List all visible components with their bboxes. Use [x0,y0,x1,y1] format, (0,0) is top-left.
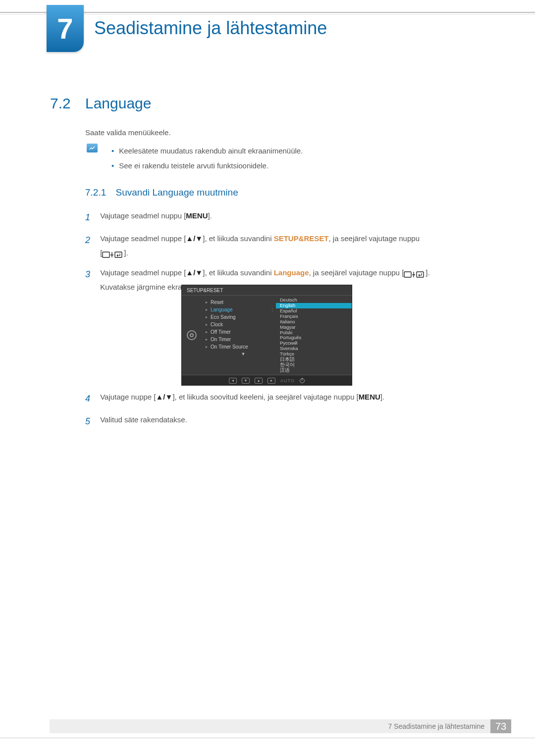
svg-rect-1 [115,252,122,257]
enter-source-icon [102,250,124,257]
section-title: Language [85,95,151,112]
footer-chapter-label: 7 Seadistamine ja lähtestamine [388,722,484,730]
svg-rect-3 [417,272,424,277]
subsection-heading: 7.2.1 Suvandi Language muutmine [85,187,238,198]
osd-title: SETUP&RESET [182,285,352,296]
section-number: 7.2 [50,95,71,112]
step2-post: , ja seejärel vajutage nuppu [329,234,420,243]
osd-item: Eco Saving [211,314,236,320]
step2-mid: ], et liikuda suvandini [203,234,273,243]
enter-source-icon [404,269,426,277]
osd-gear-icon [182,296,202,375]
step3-mid: ], et liikuda suvandini [203,268,273,277]
step2-line2-post: ]. [124,249,128,257]
osd-item-selected: Language [211,307,233,312]
menu-label: MENU [186,211,208,220]
svg-rect-0 [103,252,109,257]
osd-menu-items: ▸Reset ▸Language: ▸Eco Saving ▸Clock ▸Of… [202,296,276,375]
osd-item: Reset [211,300,223,305]
step3-post: , ja seejärel vajutage nuppu [ [309,268,404,277]
subsection-title: Suvandi Language muutmine [116,187,238,198]
keyword-setupreset: SETUP&RESET [274,234,329,243]
note-list: •Keelesätete muudatus rakendub ainult ek… [111,144,303,173]
keyword-language: Language [274,268,309,277]
right-arrow-icon: ▸ [268,378,275,384]
step3-line2: Kuvatakse järgmine ekraan. [100,283,192,291]
chapter-number-tab: 7 [47,5,84,52]
osd-item: On Timer [211,337,231,342]
menu-label: MENU [359,393,380,401]
osd-menu-screenshot: SETUP&RESET ▸Reset ▸Language: ▸Eco Savin… [181,285,352,386]
page-footer: 7 Seadistamine ja lähtestamine 73 [50,719,511,733]
osd-item: Off Timer [211,329,231,335]
step5-text: Valitud säte rakendatakse. [100,413,486,427]
osd-lang: 汉语 [276,368,352,373]
osd-footer-controls: ◂ ▾ ▴ ▸ AUTO [182,375,352,386]
page-number: 73 [490,719,511,733]
updown-arrows-icon: ▲/▼ [186,234,203,243]
note-item: See ei rakendu teistele arvuti funktsioo… [119,161,268,170]
osd-language-list: Deutsch English Español Français Italian… [276,296,352,375]
step4-text: Vajutage nuppe [ [100,393,156,401]
step-number: 5 [85,413,98,430]
intro-text: Saate valida menüükeele. [85,128,171,137]
osd-lang: Italiano [276,319,352,325]
step-number: 1 [85,209,98,226]
step1-text-end: ]. [208,211,212,220]
osd-lang: Magyar [276,325,352,330]
step1-text: Vajutage seadmel nuppu [ [100,211,186,220]
steps-block-2: 4 Vajutage nuppe [▲/▼], et liikuda soovi… [85,390,490,436]
note-icon [87,144,98,152]
left-arrow-icon: ◂ [229,378,237,384]
step4-mid: ], et liikuda soovitud keeleni, ja seejä… [172,393,358,401]
step-number: 3 [85,266,98,283]
step-number: 4 [85,390,98,407]
step3-post2: ]. [426,268,429,277]
svg-rect-2 [404,272,411,277]
auto-label: AUTO [280,378,295,383]
down-arrow-icon: ▾ [242,378,250,384]
updown-arrows-icon: ▲/▼ [186,268,203,277]
note-item: Keelesätete muudatus rakendub ainult ekr… [119,147,303,155]
subsection-number: 7.2.1 [85,187,106,198]
chapter-title: Seadistamine ja lähtestamine [94,18,327,39]
power-icon [300,378,305,383]
step4-post: ]. [380,393,384,401]
scroll-down-icon: ▼ [211,352,276,356]
osd-item: Clock [211,322,223,327]
updown-arrows-icon: ▲/▼ [156,393,173,401]
up-arrow-icon: ▴ [255,378,263,384]
osd-item: On Timer Source [211,344,248,350]
step3-text: Vajutage seadmel nuppe [ [100,268,186,277]
step2-text: Vajutage seadmel nuppe [ [100,234,186,243]
step-number: 2 [85,232,98,249]
